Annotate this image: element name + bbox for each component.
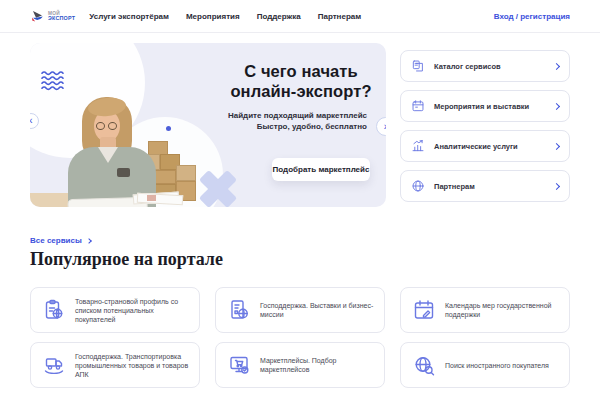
chevron-right-icon xyxy=(553,102,560,109)
sidebar-item-label: Каталог сервисов xyxy=(434,62,501,71)
select-marketplace-button[interactable]: Подобрать маркетплейс xyxy=(272,158,370,181)
logo-mark-icon xyxy=(30,9,45,24)
popular-card-country-profile[interactable]: Товарно-страновой профиль со списком пот… xyxy=(30,287,200,333)
truck-hand-icon xyxy=(42,353,66,377)
globe-icon xyxy=(411,179,425,193)
sidebar-item-label: Мероприятия и выставки xyxy=(434,102,529,111)
logo-line2: ЭКСПОРТ xyxy=(48,16,75,22)
popular-card-label: Господдержка. Выставки и бизнес-миссии xyxy=(260,301,374,319)
site-logo[interactable]: МОЙ ЭКСПОРТ xyxy=(30,9,75,24)
carousel-next-button[interactable]: › xyxy=(376,117,386,136)
logo-text: МОЙ ЭКСПОРТ xyxy=(48,11,75,22)
chevron-right-icon xyxy=(553,142,560,149)
top-navigation-bar: МОЙ ЭКСПОРТ Услуги экспортёрам Мероприят… xyxy=(0,0,600,33)
sidebar-item-partners[interactable]: Партнерам xyxy=(400,170,570,202)
nav-item-support[interactable]: Поддержка xyxy=(257,12,301,21)
chevron-right-icon xyxy=(553,182,560,189)
glasses-illustration xyxy=(95,122,119,131)
phone-illustration xyxy=(117,168,130,177)
popular-card-gov-exhibitions[interactable]: Господдержка. Выставки и бизнес-миссии xyxy=(215,287,385,333)
hero-subtitle: Найдите подходящий маркетплейс Быстро, у… xyxy=(222,110,380,132)
sidebar-item-label: Аналитические услуги xyxy=(434,142,518,151)
popular-card-label: Поиск иностранного покупателя xyxy=(445,361,549,370)
popular-card-support-calendar[interactable]: Календарь мер государственной поддержки xyxy=(400,287,570,333)
papers-illustration xyxy=(133,192,183,205)
popular-card-label: Господдержка. Транспортировка промышленн… xyxy=(75,352,189,379)
hero-title-line2: онлайн-экспорт? xyxy=(222,81,380,101)
hero-text-block: С чего начать онлайн-экспорт? Найдите по… xyxy=(222,61,380,132)
popular-section-title: Популярное на портале xyxy=(30,249,223,270)
clipboard-globe-icon xyxy=(42,298,66,322)
hero-title: С чего начать онлайн-экспорт? xyxy=(222,61,380,101)
monitor-cart-icon xyxy=(227,353,251,377)
hero-carousel-slide: С чего начать онлайн-экспорт? Найдите по… xyxy=(30,43,386,207)
login-register-link[interactable]: Вход / регистрация xyxy=(494,12,570,21)
popular-card-label: Календарь мер государственной поддержки xyxy=(445,301,559,319)
sidebar-item-catalog[interactable]: Каталог сервисов xyxy=(400,50,570,82)
globe-search-icon xyxy=(412,353,436,377)
all-services-label: Все сервисы xyxy=(30,236,82,245)
catalog-icon xyxy=(411,59,425,73)
hero-title-line1: С чего начать xyxy=(222,61,380,81)
nav-item-services[interactable]: Услуги экспортёрам xyxy=(89,12,169,21)
nav-item-events[interactable]: Мероприятия xyxy=(186,12,240,21)
popular-card-foreign-buyer-search[interactable]: Поиск иностранного покупателя xyxy=(400,342,570,388)
analytics-icon xyxy=(411,139,425,153)
calendar-icon xyxy=(411,99,425,113)
nav-item-partners[interactable]: Партнерам xyxy=(318,12,361,21)
blue-dot-decoration xyxy=(166,126,171,131)
calendar-pencil-icon xyxy=(412,298,436,322)
hero-subtitle-line2: Быстро, удобно, бесплатно xyxy=(222,121,367,132)
popular-card-transport-support[interactable]: Господдержка. Транспортировка промышленн… xyxy=(30,342,200,388)
woman-illustration xyxy=(60,93,160,207)
waves-decoration-icon xyxy=(41,71,67,91)
hero-subtitle-line1: Найдите подходящий маркетплейс xyxy=(222,110,367,121)
document-globe-icon xyxy=(227,298,251,322)
chevron-right-icon xyxy=(86,238,92,244)
sidebar-item-events[interactable]: Мероприятия и выставки xyxy=(400,90,570,122)
cross-shape-decoration xyxy=(195,171,241,207)
chevron-right-icon xyxy=(553,62,560,69)
all-services-link[interactable]: Все сервисы xyxy=(30,236,91,245)
page: МОЙ ЭКСПОРТ Услуги экспортёрам Мероприят… xyxy=(0,0,600,400)
main-nav: Услуги экспортёрам Мероприятия Поддержка… xyxy=(89,12,361,21)
popular-card-label: Маркетплейсы. Подбор маркетплейсов xyxy=(260,356,374,374)
popular-card-marketplace-selection[interactable]: Маркетплейсы. Подбор маркетплейсов xyxy=(215,342,385,388)
sidebar-item-analytics[interactable]: Аналитические услуги xyxy=(400,130,570,162)
popular-card-label: Товарно-страновой профиль со списком пот… xyxy=(75,297,189,324)
sidebar-item-label: Партнерам xyxy=(434,182,475,191)
